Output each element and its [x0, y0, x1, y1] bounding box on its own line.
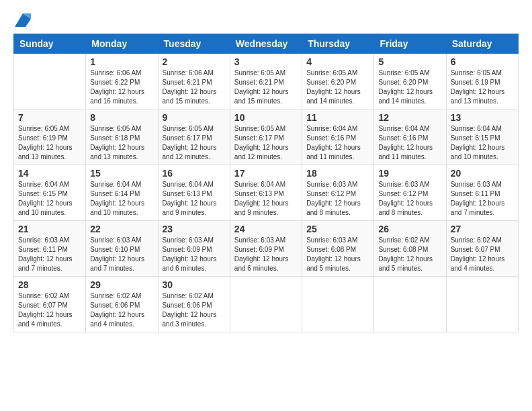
day-info: Sunrise: 6:03 AMSunset: 6:09 PMDaylight:… [163, 236, 226, 273]
day-number: 12 [378, 112, 441, 123]
day-number: 10 [234, 112, 298, 123]
calendar-cell [14, 54, 86, 109]
calendar-cell: 8Sunrise: 6:05 AMSunset: 6:18 PMDaylight… [86, 109, 158, 165]
day-number: 25 [306, 224, 369, 234]
calendar-cell: 16Sunrise: 6:04 AMSunset: 6:13 PMDayligh… [158, 165, 230, 221]
weekday-header-thursday: Thursday [302, 34, 374, 54]
calendar-cell: 30Sunrise: 6:02 AMSunset: 6:06 PMDayligh… [158, 277, 230, 332]
calendar-cell [446, 277, 518, 332]
calendar-cell: 25Sunrise: 6:03 AMSunset: 6:08 PMDayligh… [302, 221, 374, 277]
day-number: 13 [451, 112, 514, 123]
calendar-cell: 22Sunrise: 6:03 AMSunset: 6:10 PMDayligh… [86, 221, 158, 277]
calendar-cell: 26Sunrise: 6:02 AMSunset: 6:08 PMDayligh… [374, 221, 446, 277]
day-number: 6 [451, 56, 514, 67]
weekday-header-sunday: Sunday [14, 34, 86, 54]
calendar-header-row: SundayMondayTuesdayWednesdayThursdayFrid… [14, 34, 519, 54]
calendar-cell: 7Sunrise: 6:05 AMSunset: 6:19 PMDaylight… [14, 109, 86, 165]
day-number: 26 [378, 224, 441, 234]
calendar-cell [302, 277, 374, 332]
weekday-header-wednesday: Wednesday [230, 34, 302, 54]
calendar-table: SundayMondayTuesdayWednesdayThursdayFrid… [13, 34, 519, 332]
calendar-cell: 19Sunrise: 6:03 AMSunset: 6:12 PMDayligh… [374, 165, 446, 221]
calendar-week-4: 21Sunrise: 6:03 AMSunset: 6:11 PMDayligh… [14, 221, 519, 277]
day-info: Sunrise: 6:02 AMSunset: 6:07 PMDaylight:… [451, 236, 514, 273]
day-info: Sunrise: 6:03 AMSunset: 6:11 PMDaylight:… [18, 236, 81, 273]
day-info: Sunrise: 6:05 AMSunset: 6:19 PMDaylight:… [18, 124, 81, 162]
calendar-cell: 9Sunrise: 6:05 AMSunset: 6:17 PMDaylight… [158, 109, 230, 165]
weekday-header-tuesday: Tuesday [158, 34, 230, 54]
page-header [13, 13, 519, 27]
day-info: Sunrise: 6:03 AMSunset: 6:10 PMDaylight:… [90, 236, 153, 273]
day-number: 1 [90, 56, 153, 67]
day-info: Sunrise: 6:02 AMSunset: 6:08 PMDaylight:… [378, 236, 441, 273]
day-info: Sunrise: 6:04 AMSunset: 6:13 PMDaylight:… [163, 180, 226, 218]
calendar-cell: 13Sunrise: 6:04 AMSunset: 6:15 PMDayligh… [446, 109, 518, 165]
day-number: 30 [163, 279, 226, 290]
day-info: Sunrise: 6:05 AMSunset: 6:19 PMDaylight:… [451, 68, 514, 106]
day-info: Sunrise: 6:04 AMSunset: 6:16 PMDaylight:… [378, 124, 441, 162]
calendar-cell: 6Sunrise: 6:05 AMSunset: 6:19 PMDaylight… [446, 54, 518, 109]
calendar-cell: 12Sunrise: 6:04 AMSunset: 6:16 PMDayligh… [374, 109, 446, 165]
day-number: 22 [90, 224, 153, 234]
day-number: 20 [451, 168, 514, 179]
calendar-cell: 15Sunrise: 6:04 AMSunset: 6:14 PMDayligh… [86, 165, 158, 221]
day-number: 21 [18, 224, 81, 234]
day-info: Sunrise: 6:03 AMSunset: 6:08 PMDaylight:… [306, 236, 369, 273]
calendar-cell: 3Sunrise: 6:05 AMSunset: 6:21 PMDaylight… [230, 54, 302, 109]
weekday-header-friday: Friday [374, 34, 446, 54]
day-number: 5 [378, 56, 441, 67]
day-info: Sunrise: 6:04 AMSunset: 6:13 PMDaylight:… [234, 180, 298, 218]
day-info: Sunrise: 6:04 AMSunset: 6:15 PMDaylight:… [451, 124, 514, 162]
calendar-cell: 21Sunrise: 6:03 AMSunset: 6:11 PMDayligh… [14, 221, 86, 277]
day-number: 28 [18, 279, 81, 290]
calendar-cell: 10Sunrise: 6:05 AMSunset: 6:17 PMDayligh… [230, 109, 302, 165]
day-info: Sunrise: 6:02 AMSunset: 6:06 PMDaylight:… [163, 291, 226, 329]
day-number: 4 [306, 56, 369, 67]
day-number: 24 [234, 224, 298, 234]
day-info: Sunrise: 6:05 AMSunset: 6:18 PMDaylight:… [90, 124, 153, 162]
day-number: 29 [90, 279, 153, 290]
day-number: 7 [18, 112, 81, 123]
day-number: 16 [163, 168, 226, 179]
day-info: Sunrise: 6:05 AMSunset: 6:21 PMDaylight:… [234, 68, 298, 106]
day-info: Sunrise: 6:03 AMSunset: 6:12 PMDaylight:… [306, 180, 369, 218]
calendar-cell: 29Sunrise: 6:02 AMSunset: 6:06 PMDayligh… [86, 277, 158, 332]
calendar-cell: 14Sunrise: 6:04 AMSunset: 6:15 PMDayligh… [14, 165, 86, 221]
calendar-cell [374, 277, 446, 332]
day-number: 23 [163, 224, 226, 234]
day-info: Sunrise: 6:04 AMSunset: 6:14 PMDaylight:… [90, 180, 153, 218]
day-number: 27 [451, 224, 514, 234]
day-number: 18 [306, 168, 369, 179]
day-number: 19 [378, 168, 441, 179]
day-info: Sunrise: 6:05 AMSunset: 6:17 PMDaylight:… [163, 124, 226, 162]
day-info: Sunrise: 6:02 AMSunset: 6:07 PMDaylight:… [18, 291, 81, 329]
calendar-cell: 18Sunrise: 6:03 AMSunset: 6:12 PMDayligh… [302, 165, 374, 221]
calendar-cell: 24Sunrise: 6:03 AMSunset: 6:09 PMDayligh… [230, 221, 302, 277]
day-info: Sunrise: 6:03 AMSunset: 6:09 PMDaylight:… [234, 236, 298, 273]
calendar-cell: 1Sunrise: 6:06 AMSunset: 6:22 PMDaylight… [86, 54, 158, 109]
day-info: Sunrise: 6:05 AMSunset: 6:17 PMDaylight:… [234, 124, 298, 162]
calendar-week-3: 14Sunrise: 6:04 AMSunset: 6:15 PMDayligh… [14, 165, 519, 221]
calendar-week-5: 28Sunrise: 6:02 AMSunset: 6:07 PMDayligh… [14, 277, 519, 332]
day-info: Sunrise: 6:05 AMSunset: 6:20 PMDaylight:… [306, 68, 369, 106]
day-info: Sunrise: 6:04 AMSunset: 6:16 PMDaylight:… [306, 124, 369, 162]
day-number: 11 [306, 112, 369, 123]
day-number: 2 [163, 56, 226, 67]
calendar-cell [230, 277, 302, 332]
day-number: 15 [90, 168, 153, 179]
day-number: 9 [163, 112, 226, 123]
calendar-cell: 20Sunrise: 6:03 AMSunset: 6:11 PMDayligh… [446, 165, 518, 221]
weekday-header-monday: Monday [86, 34, 158, 54]
weekday-header-saturday: Saturday [446, 34, 518, 54]
day-number: 3 [234, 56, 298, 67]
day-info: Sunrise: 6:04 AMSunset: 6:15 PMDaylight:… [18, 180, 81, 218]
day-number: 17 [234, 168, 298, 179]
calendar-cell: 2Sunrise: 6:06 AMSunset: 6:21 PMDaylight… [158, 54, 230, 109]
calendar-cell: 11Sunrise: 6:04 AMSunset: 6:16 PMDayligh… [302, 109, 374, 165]
logo [13, 13, 31, 27]
day-info: Sunrise: 6:05 AMSunset: 6:20 PMDaylight:… [378, 68, 441, 106]
day-info: Sunrise: 6:06 AMSunset: 6:22 PMDaylight:… [90, 68, 153, 106]
calendar-week-1: 1Sunrise: 6:06 AMSunset: 6:22 PMDaylight… [14, 54, 519, 109]
day-number: 14 [18, 168, 81, 179]
calendar-week-2: 7Sunrise: 6:05 AMSunset: 6:19 PMDaylight… [14, 109, 519, 165]
